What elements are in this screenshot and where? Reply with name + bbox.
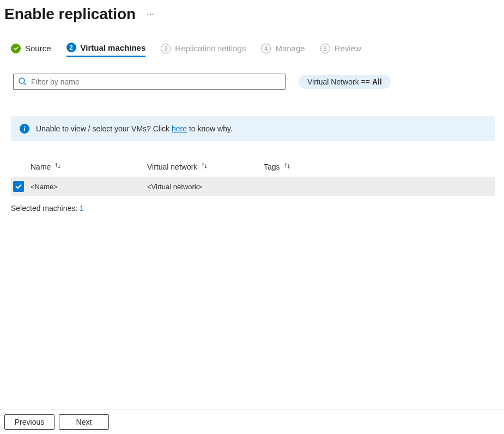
- step-number-icon: 2: [66, 43, 76, 52]
- sort-icon: [201, 162, 208, 171]
- step-label: Replication settings: [175, 44, 246, 53]
- step-review[interactable]: 5 Review: [320, 44, 361, 57]
- info-text: Unable to view / select your VMs? Click …: [36, 124, 233, 133]
- step-replication-settings[interactable]: 3 Replication settings: [161, 44, 246, 57]
- selected-machines-count: Selected machines: 1: [11, 204, 495, 213]
- previous-button[interactable]: Previous: [4, 414, 54, 430]
- info-banner: i Unable to view / select your VMs? Clic…: [11, 116, 495, 141]
- next-button[interactable]: Next: [59, 414, 109, 430]
- search-box[interactable]: [13, 74, 286, 90]
- checkmark-icon: [11, 44, 21, 53]
- step-label: Manage: [275, 44, 305, 53]
- cell-virtual-network: <Virtual network>: [147, 183, 264, 191]
- filter-label: Virtual Network ==: [307, 77, 370, 86]
- more-actions-icon[interactable]: ⋯: [147, 10, 155, 19]
- step-number-icon: 3: [161, 44, 171, 53]
- search-icon: [18, 77, 27, 87]
- sort-icon: [283, 162, 291, 171]
- column-header-virtual-network[interactable]: Virtual network: [147, 162, 264, 171]
- info-icon: i: [20, 124, 29, 134]
- vm-table: Name Virtual network Tags: [13, 158, 495, 196]
- sort-icon: [54, 162, 62, 171]
- step-virtual-machines[interactable]: 2 Virtual machines: [66, 43, 146, 57]
- step-label: Virtual machines: [81, 43, 146, 52]
- row-checkbox[interactable]: [13, 181, 24, 192]
- svg-point-0: [19, 78, 25, 83]
- info-link[interactable]: here: [172, 124, 187, 133]
- step-label: Review: [335, 44, 361, 53]
- wizard-footer: Previous Next: [0, 409, 504, 434]
- column-header-name[interactable]: Name: [31, 162, 147, 171]
- cell-name: <Name>: [31, 183, 147, 191]
- step-source[interactable]: Source: [11, 44, 51, 57]
- svg-line-1: [24, 83, 26, 85]
- column-header-tags[interactable]: Tags: [264, 162, 495, 171]
- virtual-network-filter[interactable]: Virtual Network == All: [299, 75, 391, 89]
- table-row[interactable]: <Name> <Virtual network>: [11, 177, 495, 196]
- step-manage[interactable]: 4 Manage: [261, 44, 305, 57]
- step-number-icon: 4: [261, 44, 271, 53]
- table-header: Name Virtual network Tags: [13, 158, 495, 177]
- filter-value: All: [372, 77, 382, 86]
- page-title: Enable replication: [4, 5, 136, 23]
- wizard-steps: Source 2 Virtual machines 3 Replication …: [4, 43, 500, 57]
- search-input[interactable]: [31, 77, 281, 86]
- step-label: Source: [25, 44, 51, 53]
- step-number-icon: 5: [320, 44, 330, 53]
